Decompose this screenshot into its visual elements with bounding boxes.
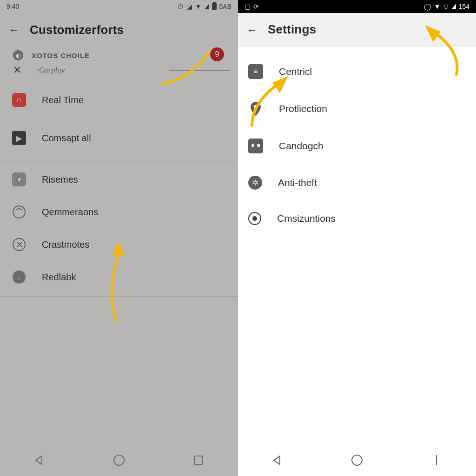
- page-title: Settings: [268, 22, 316, 37]
- download-icon: ↓: [13, 271, 26, 284]
- list-icon: ≡: [248, 64, 263, 79]
- nav-home-button[interactable]: [110, 451, 128, 469]
- back-button[interactable]: ←: [8, 23, 20, 36]
- cell-icon: [205, 4, 209, 9]
- status-icons-right-left: ▢ ⟳: [245, 3, 259, 10]
- appbar-right: ← Settings: [238, 13, 476, 46]
- settings-list-left: ⌂ Real Time ▶ Comsapt all ▾ Risemes Qemm…: [0, 81, 238, 299]
- list-item-qemmeraons[interactable]: Qemmeraons: [0, 196, 238, 228]
- circle-x-icon: [13, 238, 26, 251]
- settings-list-right: ≡ Centricl Protliection Candogch ✲ Anti-…: [238, 46, 476, 236]
- list-item-risemes[interactable]: ▾ Risemes: [0, 163, 238, 196]
- divider: [0, 160, 238, 160]
- item-label: Real Time: [42, 95, 84, 106]
- nav-recent-button[interactable]: [189, 451, 208, 469]
- battery-label: 5AB: [219, 3, 231, 10]
- section-header: ◐ XOTOS CHOILE 9: [0, 46, 238, 61]
- item-label: Candogch: [279, 140, 324, 152]
- appbar-left: ← Customizerforts: [0, 13, 238, 46]
- pin-icon: [248, 101, 263, 116]
- item-label: Qemmeraons: [42, 207, 98, 218]
- signal-icon: ◪: [186, 3, 192, 10]
- item-label: Cmsizuntions: [277, 213, 336, 224]
- back-button[interactable]: ←: [246, 23, 258, 36]
- status-time: 9:40: [7, 3, 19, 10]
- battery-icon: [212, 3, 217, 10]
- dome-icon: [13, 205, 26, 218]
- divider: [0, 296, 238, 297]
- wifi2-icon: ▽: [443, 3, 449, 10]
- status-bar-left: 9:40 ⏱ ◪ ▼ 5AB: [0, 0, 238, 13]
- android-navbar-right: [238, 444, 476, 476]
- nav-back-button[interactable]: [268, 451, 287, 469]
- item-label: Protliection: [279, 103, 327, 114]
- nav-recent-button[interactable]: [427, 451, 446, 469]
- subrow-rule: [169, 70, 230, 71]
- x-icon: ✕: [13, 64, 21, 76]
- nav-home-button[interactable]: [348, 451, 366, 469]
- list-item-cmsizuntions[interactable]: Cmsizuntions: [238, 201, 476, 236]
- item-label: Comsapt all: [42, 133, 91, 144]
- list-item-antitheft[interactable]: ✲ Anti-theft: [238, 165, 476, 201]
- item-label: Centricl: [279, 66, 312, 77]
- item-label: Risemes: [42, 174, 78, 185]
- status-bar-right: ▢ ⟳ ◯ ▼ ▽ 154: [238, 0, 476, 13]
- list-item-candogch[interactable]: Candogch: [238, 127, 476, 165]
- status-icons-right: ◯ ▼ ▽ 154: [424, 3, 469, 10]
- item-label: Crastmotes: [42, 239, 89, 250]
- list-item-redlabk[interactable]: ↓ Redlabk: [0, 261, 238, 293]
- sim-icon: ▢: [245, 3, 251, 10]
- subrow-carplay[interactable]: ✕ :Carplay: [0, 61, 238, 81]
- globe-icon: ◐: [13, 50, 23, 60]
- android-navbar-left: [0, 444, 238, 476]
- list-item-centricl[interactable]: ≡ Centricl: [238, 53, 476, 90]
- battery-label: 154: [459, 3, 469, 10]
- left-screenshot: 9:40 ⏱ ◪ ▼ 5AB ← Customizerforts ◐ XOTOS…: [0, 0, 238, 476]
- wifi-icon: ▼: [195, 3, 202, 10]
- list-item-protection[interactable]: Protliection: [238, 90, 476, 127]
- list-item-comsapt[interactable]: ▶ Comsapt all: [0, 119, 238, 157]
- item-label: Redlabk: [42, 272, 76, 283]
- radio-icon: [248, 212, 261, 225]
- folder-icon: ▶: [12, 131, 26, 145]
- chevron-down-icon: ▾: [12, 172, 26, 186]
- nav-back-button[interactable]: [30, 451, 49, 469]
- page-title: Customizerforts: [30, 23, 124, 37]
- section-label: XOTOS CHOILE: [32, 52, 90, 60]
- subrow-label: :Carplay: [36, 66, 65, 75]
- right-screenshot: ▢ ⟳ ◯ ▼ ▽ 154 ← Settings ≡ Centricl Prot…: [238, 0, 476, 476]
- sync-icon: ⟳: [253, 3, 259, 10]
- circle-icon: ◯: [424, 3, 431, 10]
- alarm-icon: ⏱: [177, 3, 184, 10]
- apps-icon: [248, 139, 263, 153]
- list-item-crastmotes[interactable]: Crastmotes: [0, 228, 238, 261]
- status-icons-left: ⏱ ◪ ▼ 5AB: [177, 3, 231, 10]
- item-label: Anti-theft: [278, 177, 317, 188]
- cell-icon: [451, 4, 456, 9]
- notification-badge[interactable]: 9: [210, 47, 224, 61]
- gear-icon: ✲: [248, 176, 262, 190]
- list-item-realtime[interactable]: ⌂ Real Time: [0, 81, 238, 119]
- shield-icon: ⌂: [12, 93, 26, 107]
- wifi-icon: ▼: [434, 3, 441, 10]
